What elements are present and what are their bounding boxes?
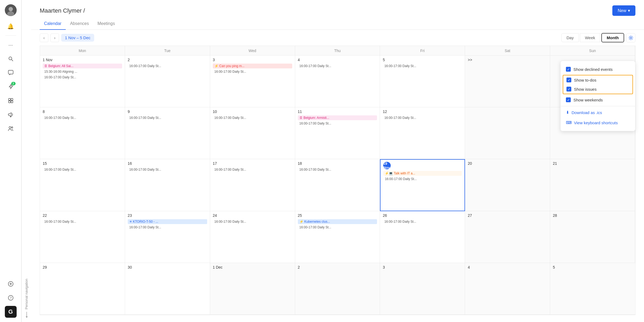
show-weekends-checkbox[interactable]: ✓	[566, 97, 571, 102]
cal-day-num: 9	[128, 109, 207, 114]
event-item[interactable]: 16:00-17:00 Daily St...	[383, 177, 462, 181]
date-range[interactable]: 1 Nov – 5 Dec	[61, 34, 94, 42]
cal-cell-w1-d0[interactable]: 816:00-17:00 Daily St...	[40, 107, 125, 159]
event-item[interactable]: 16:00-17:00 Daily St...	[128, 64, 207, 68]
event-item[interactable]: 16:00-17:00 Daily St...	[213, 115, 292, 120]
cal-cell-w2-d0[interactable]: 1516:00-17:00 Daily St...	[40, 159, 125, 211]
cal-cell-w1-d1[interactable]: 916:00-17:00 Daily St...	[125, 107, 210, 159]
tab-meetings[interactable]: Meetings	[93, 18, 119, 30]
event-item[interactable]: 16:00-17:00 Daily St...	[43, 75, 122, 80]
event-item[interactable]: 16:00-17:00 Daily St...	[213, 219, 292, 224]
event-item[interactable]: 16:00-17:00 Daily St...	[383, 219, 462, 224]
show-todos-item[interactable]: ✓ Show to-dos	[563, 75, 633, 85]
show-todos-checkbox[interactable]: ✓	[566, 78, 571, 82]
personal-navigation-tab[interactable]: ⟵ Personal navigation	[21, 0, 31, 322]
show-issues-checkbox[interactable]: ✓	[566, 87, 571, 92]
tab-absences[interactable]: Absences	[66, 18, 93, 30]
event-item[interactable]: ✳ KTORIO-T-50 - ...	[128, 219, 207, 224]
show-declined-events-item[interactable]: ✓ Show declined events	[561, 64, 635, 74]
event-item[interactable]: 16:00-17:00 Daily St...	[43, 219, 122, 224]
help-icon[interactable]: ?	[5, 292, 17, 304]
cal-cell-w2-d6[interactable]: 21	[550, 159, 635, 211]
event-item[interactable]: 16:00-17:00 Daily St...	[298, 167, 377, 172]
cal-day-num: 10	[213, 109, 292, 114]
cal-cell-w1-d4[interactable]: 1216:00-17:00 Daily St...	[380, 107, 465, 159]
show-declined-checkbox[interactable]: ✓	[566, 67, 571, 72]
cal-cell-w4-d3[interactable]: 2	[295, 263, 380, 315]
cal-cell-w3-d1[interactable]: 23✳ KTORIO-T-50 - ...16:00-17:00 Daily S…	[125, 211, 210, 263]
cal-cell-w2-d4[interactable]: 19 Nov⚡💻 Talk with IT a...16:00-17:00 Da…	[380, 159, 465, 211]
cal-cell-w2-d3[interactable]: 1816:00-17:00 Daily St...	[295, 159, 380, 211]
cal-cell-w0-d4[interactable]: 516:00-17:00 Daily St...	[380, 56, 465, 107]
prev-button[interactable]: ‹	[40, 34, 48, 42]
event-item[interactable]: 🗓 Belgium: Armisti...	[298, 115, 377, 120]
cal-cell-w2-d2[interactable]: 1716:00-17:00 Daily St...	[210, 159, 295, 211]
cal-cell-w1-d2[interactable]: 1016:00-17:00 Daily St...	[210, 107, 295, 159]
chat-icon[interactable]	[5, 67, 17, 79]
event-item[interactable]: 16:00-17:00 Daily St...	[43, 167, 122, 172]
show-weekends-item[interactable]: ✓ Show weekends	[561, 95, 635, 105]
cal-cell-w1-d3[interactable]: 11🗓 Belgium: Armisti...16:00-17:00 Daily…	[295, 107, 380, 159]
cal-cell-w4-d4[interactable]: 3	[380, 263, 465, 315]
event-item[interactable]: 16:00-17:00 Daily St...	[383, 64, 462, 68]
collapse-icon: ⟵	[24, 312, 29, 318]
cal-cell-w4-d1[interactable]: 30	[125, 263, 210, 315]
cal-cell-w3-d6[interactable]: 28	[550, 211, 635, 263]
keyboard-shortcuts-link[interactable]: ⌨ View keyboard shortcuts	[561, 118, 635, 128]
cal-cell-w2-d5[interactable]: 20	[465, 159, 550, 211]
view-month-button[interactable]: Month	[601, 33, 624, 42]
cal-cell-w3-d0[interactable]: 2216:00-17:00 Daily St...	[40, 211, 125, 263]
download-ics-link[interactable]: ⬇ Download as .ics	[561, 107, 635, 118]
people-icon[interactable]	[5, 123, 17, 134]
cal-day-num: 4	[468, 265, 547, 269]
cal-cell-w2-d1[interactable]: 1616:00-17:00 Daily St...	[125, 159, 210, 211]
cal-cell-w0-d0[interactable]: 1 Nov🗓 Belgium: All Sai...15:30-16:00 Al…	[40, 56, 125, 107]
cal-cell-w3-d3[interactable]: 25⚡ Kubernetes clus...16:00-17:00 Daily …	[295, 211, 380, 263]
event-item[interactable]: 16:00-17:00 Daily St...	[213, 69, 292, 74]
cal-cell-w0-d1[interactable]: 216:00-17:00 Daily St...	[125, 56, 210, 107]
plus-circle-icon[interactable]	[5, 278, 17, 290]
brand-logo[interactable]: G	[5, 306, 17, 318]
dots-icon[interactable]: ···	[5, 39, 17, 51]
cal-cell-w4-d2[interactable]: 1 Dec	[210, 263, 295, 315]
cal-cell-w3-d5[interactable]: 27	[465, 211, 550, 263]
view-day-button[interactable]: Day	[561, 33, 579, 42]
event-item[interactable]: 16:00-17:00 Daily St...	[298, 225, 377, 230]
event-item[interactable]: 🗓 Belgium: All Sai...	[43, 64, 122, 68]
search-icon[interactable]	[5, 53, 17, 65]
event-item[interactable]: 16:00-17:00 Daily St...	[383, 115, 462, 120]
view-week-button[interactable]: Week	[580, 33, 600, 42]
cal-cell-w3-d2[interactable]: 2416:00-17:00 Daily St...	[210, 211, 295, 263]
avatar[interactable]	[5, 4, 17, 16]
event-item[interactable]: ⚡ Can you ping m...	[213, 64, 292, 68]
event-item[interactable]: 16:00-17:00 Daily St...	[128, 225, 207, 230]
event-item[interactable]: 16:00-17:00 Daily St...	[298, 64, 377, 68]
event-item[interactable]: 15:30-16:00 Aligning ...	[43, 69, 122, 74]
event-item[interactable]: ⚡ Kubernetes clus...	[298, 219, 377, 224]
svg-point-17	[630, 37, 632, 39]
cal-cell-w4-d6[interactable]: 5	[550, 263, 635, 315]
event-item[interactable]: 16:00-17:00 Daily St...	[43, 115, 122, 120]
lightning-icon[interactable]: 9	[5, 81, 17, 93]
show-issues-item[interactable]: ✓ Show issues	[563, 85, 633, 94]
grid-icon[interactable]	[5, 95, 17, 107]
megaphone-icon[interactable]	[5, 109, 17, 120]
event-item[interactable]: 16:00-17:00 Daily St...	[128, 115, 207, 120]
bell-icon[interactable]: 🔔	[5, 20, 17, 32]
next-button[interactable]: ›	[50, 34, 59, 42]
download-icon: ⬇	[566, 110, 569, 115]
cal-cell-w0-d5[interactable]: >>	[465, 56, 550, 107]
cal-cell-w1-d5[interactable]	[465, 107, 550, 159]
cal-cell-w4-d0[interactable]: 29	[40, 263, 125, 315]
event-item[interactable]: 16:00-17:00 Daily St...	[128, 167, 207, 172]
cal-cell-w0-d2[interactable]: 3⚡ Can you ping m...16:00-17:00 Daily St…	[210, 56, 295, 107]
settings-button[interactable]	[626, 33, 635, 42]
tab-calendar[interactable]: Calendar	[40, 18, 66, 30]
cal-cell-w3-d4[interactable]: 2616:00-17:00 Daily St...	[380, 211, 465, 263]
event-item[interactable]: ⚡💻 Talk with IT a...	[383, 171, 462, 176]
cal-cell-w4-d5[interactable]: 4	[465, 263, 550, 315]
event-item[interactable]: 16:00-17:00 Daily St...	[298, 121, 377, 126]
cal-cell-w0-d3[interactable]: 416:00-17:00 Daily St...	[295, 56, 380, 107]
new-button[interactable]: New ▾	[612, 5, 635, 16]
event-item[interactable]: 16:00-17:00 Daily St...	[213, 167, 292, 172]
